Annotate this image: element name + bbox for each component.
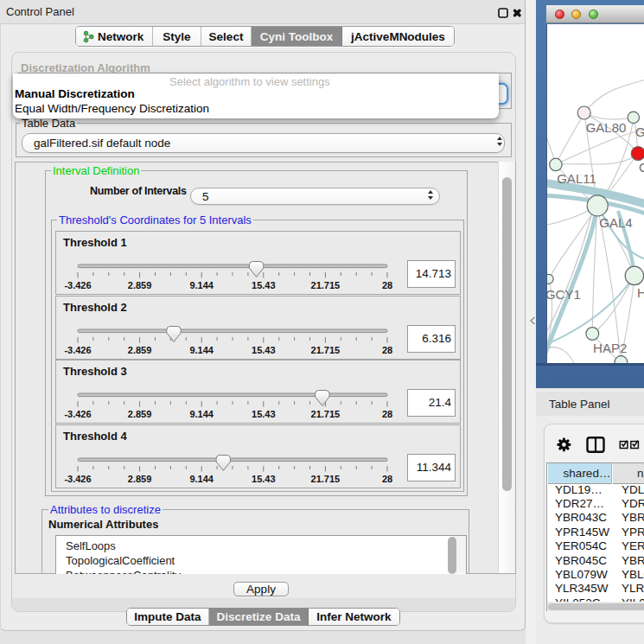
svg-text:15.43: 15.43 xyxy=(252,474,276,484)
svg-text:15.43: 15.43 xyxy=(252,409,276,419)
svg-text:GAL80: GAL80 xyxy=(586,120,627,135)
svg-text:-3.426: -3.426 xyxy=(64,409,91,419)
svg-text:21.715: 21.715 xyxy=(311,474,341,484)
svg-text:28: 28 xyxy=(382,280,392,290)
svg-text:2.859: 2.859 xyxy=(128,345,152,355)
svg-text:15.43: 15.43 xyxy=(252,345,276,355)
svg-text:HE: HE xyxy=(637,285,644,300)
svg-text:2.859: 2.859 xyxy=(128,409,152,419)
svg-text:2.859: 2.859 xyxy=(128,280,152,290)
svg-text:GA: GA xyxy=(635,124,644,139)
svg-text:28: 28 xyxy=(382,345,392,355)
svg-text:2.859: 2.859 xyxy=(128,474,152,484)
svg-text:28: 28 xyxy=(382,409,392,419)
svg-text:21.715: 21.715 xyxy=(311,280,341,290)
svg-text:-3.426: -3.426 xyxy=(64,345,91,355)
svg-text:GAL4: GAL4 xyxy=(599,215,632,230)
svg-text:-3.426: -3.426 xyxy=(64,280,91,290)
svg-text:21.715: 21.715 xyxy=(311,345,341,355)
svg-text:CR: CR xyxy=(639,160,644,175)
svg-text:-3.426: -3.426 xyxy=(64,474,91,484)
svg-text:GAL11: GAL11 xyxy=(557,171,596,186)
svg-text:9.144: 9.144 xyxy=(189,345,214,355)
svg-text:15.43: 15.43 xyxy=(252,280,276,290)
svg-text:9.144: 9.144 xyxy=(189,474,214,484)
svg-text:28: 28 xyxy=(382,474,392,484)
svg-text:9.144: 9.144 xyxy=(189,280,214,290)
svg-text:9.144: 9.144 xyxy=(189,409,214,419)
svg-text:21.715: 21.715 xyxy=(311,409,341,419)
svg-text:HAP2: HAP2 xyxy=(593,341,627,355)
svg-text:GCY1: GCY1 xyxy=(547,287,581,302)
